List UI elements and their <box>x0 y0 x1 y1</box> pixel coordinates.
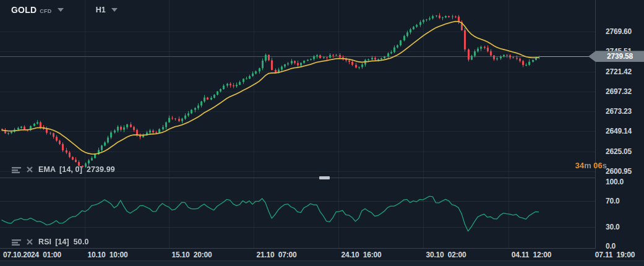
price-tick-label: 2673.23 <box>606 107 632 116</box>
time-tick-label: 07.11 19:00 <box>595 251 635 259</box>
candle-countdown: 34m 06s <box>520 161 607 170</box>
rsi-name: RSI <box>38 238 51 246</box>
countdown-seconds: 06 <box>593 161 602 170</box>
price-chart-canvas[interactable] <box>0 0 595 249</box>
ema-indicator-legend: EMA[14, 0]2739.99 <box>12 165 115 174</box>
time-tick-label: 21.10 07:00 <box>257 251 297 259</box>
ema-legend-text: EMA[14, 0]2739.99 <box>38 165 115 174</box>
price-tick-label: 2769.60 <box>606 27 632 36</box>
indicator-settings-icon[interactable] <box>12 239 21 246</box>
time-tick-label: 15.10 20:00 <box>172 251 212 259</box>
price-tick-label: 2600.95 <box>606 167 632 176</box>
symbol-name: GOLD <box>11 5 36 15</box>
instrument-type-badge: CFD <box>40 8 51 14</box>
time-tick-label: 30.10 02:00 <box>426 251 466 259</box>
timeframe-label: H1 <box>96 6 106 14</box>
time-tick-label: 24.10 16:00 <box>341 251 382 259</box>
time-tick-label: 10.10 10:00 <box>88 251 128 259</box>
rsi-params: [14] <box>55 238 69 246</box>
chart-header: GOLD CFD H1 <box>11 5 118 15</box>
price-tick-label: 2697.32 <box>606 87 632 96</box>
chevron-down-icon <box>111 8 118 12</box>
panel-resize-handle[interactable] <box>319 176 330 179</box>
current-price-badge: 2739.58 <box>588 51 644 62</box>
countdown-seconds-unit: s <box>603 161 607 170</box>
rsi-tick-label: 100.0 <box>606 178 624 186</box>
rsi-value: 50.0 <box>74 238 89 246</box>
price-tick-label: 2649.14 <box>606 127 632 135</box>
current-price-value: 2739.58 <box>607 52 633 61</box>
chevron-down-icon <box>58 8 64 12</box>
time-axis[interactable]: 07.10.2024 01:0010.10 10:0015.10 20:0021… <box>0 249 644 260</box>
rsi-legend-text: RSI[14]50.0 <box>38 238 89 246</box>
price-axis[interactable]: 2769.602745.512721.422697.322673.232649.… <box>595 0 644 249</box>
ema-value: 2739.99 <box>87 165 115 174</box>
bottom-bar <box>0 260 644 266</box>
countdown-minutes: 34 <box>575 161 584 170</box>
rsi-tick-label: 30.0 <box>606 223 620 231</box>
indicator-close-icon[interactable] <box>27 239 33 245</box>
trading-chart-app: GOLD CFD H1 EMA[14, 0]2739.99 RSI[14]50.… <box>0 0 644 266</box>
time-tick-label: 07.10.2024 01:00 <box>3 251 61 259</box>
rsi-indicator-legend: RSI[14]50.0 <box>12 238 89 246</box>
symbol-selector[interactable]: GOLD CFD <box>11 5 64 15</box>
price-tick-label: 2721.42 <box>606 67 632 76</box>
rsi-tick-label: 70.0 <box>606 197 620 205</box>
indicator-settings-icon[interactable] <box>12 166 21 173</box>
timeframe-selector[interactable]: H1 <box>96 6 118 14</box>
ema-params: [14, 0] <box>59 165 82 174</box>
price-tick-label: 2625.05 <box>606 147 632 156</box>
ema-name: EMA <box>38 165 56 174</box>
time-tick-label: 04.11 12:00 <box>512 251 551 259</box>
countdown-minutes-unit: m <box>584 161 593 170</box>
indicator-close-icon[interactable] <box>27 166 33 173</box>
